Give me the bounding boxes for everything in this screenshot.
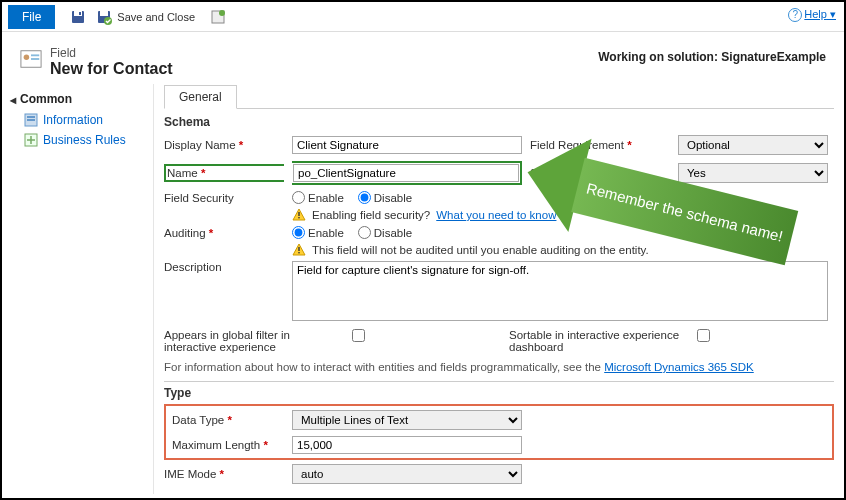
auditing-disable-radio[interactable]: Disable: [358, 226, 412, 239]
save-close-label[interactable]: Save and Close: [117, 11, 195, 23]
save-icon[interactable]: [69, 8, 87, 26]
warning-icon: [292, 208, 306, 222]
svg-point-9: [24, 54, 30, 60]
sidebar-item-information[interactable]: Information: [10, 110, 145, 130]
field-security-warning: Enabling field security? What you need t…: [292, 208, 834, 222]
svg-rect-13: [27, 116, 35, 118]
field-security-info-link[interactable]: What you need to know: [436, 209, 556, 221]
sdk-link[interactable]: Microsoft Dynamics 365 SDK: [604, 361, 754, 373]
refresh-icon[interactable]: [209, 8, 227, 26]
sidebar-item-label: Information: [43, 113, 103, 127]
svg-rect-4: [100, 11, 108, 16]
display-name-label: Display Name: [164, 139, 284, 151]
field-security-disable-radio[interactable]: Disable: [358, 191, 412, 204]
svg-rect-11: [31, 58, 39, 60]
help-link[interactable]: ?Help ▾: [788, 8, 836, 22]
tab-general[interactable]: General: [164, 85, 237, 109]
info-icon: [24, 113, 38, 127]
name-label: Name: [164, 164, 284, 182]
svg-rect-16: [298, 212, 299, 216]
field-security-label: Field Security: [164, 192, 284, 204]
searchable-label: Searchable: [530, 167, 670, 179]
searchable-select[interactable]: Yes: [678, 163, 828, 183]
max-length-input[interactable]: [292, 436, 522, 454]
global-filter-label: Appears in global filter in interactive …: [164, 329, 344, 353]
type-section-title: Type: [164, 381, 834, 400]
auditing-label: Auditing: [164, 227, 284, 239]
global-filter-checkbox[interactable]: [352, 329, 365, 342]
field-requirement-label: Field Requirement: [530, 139, 670, 151]
auditing-enable-radio[interactable]: Enable: [292, 226, 344, 239]
max-length-label: Maximum Length: [172, 439, 284, 451]
svg-rect-2: [79, 12, 81, 15]
name-input[interactable]: [293, 164, 519, 182]
toolbar: File Save and Close ?Help ▾: [2, 2, 844, 32]
page-header: Field New for Contact Working on solutio…: [2, 32, 844, 84]
sidebar: Common Information Business Rules: [2, 84, 154, 494]
svg-rect-14: [27, 119, 35, 121]
field-entity-icon: [20, 48, 42, 70]
entity-type-label: Field: [50, 46, 173, 60]
file-button[interactable]: File: [8, 5, 55, 29]
svg-rect-18: [298, 247, 299, 251]
field-requirement-select[interactable]: Optional: [678, 135, 828, 155]
svg-rect-10: [31, 54, 39, 56]
svg-rect-19: [298, 252, 299, 253]
sidebar-group-common[interactable]: Common: [10, 92, 145, 106]
tab-bar: General: [164, 84, 834, 109]
ime-mode-label: IME Mode: [164, 468, 284, 480]
warning-icon: [292, 243, 306, 257]
rules-icon: [24, 133, 38, 147]
description-textarea[interactable]: Field for capture client's signature for…: [292, 261, 828, 321]
svg-point-5: [104, 17, 112, 25]
svg-rect-17: [298, 217, 299, 218]
save-close-icon[interactable]: [95, 8, 113, 26]
schema-section-title: Schema: [164, 115, 834, 129]
auditing-warning: This field will not be audited until you…: [292, 243, 834, 257]
sortable-dashboard-label: Sortable in interactive experience dashb…: [509, 329, 689, 353]
solution-indicator: Working on solution: SignatureExample: [598, 50, 826, 64]
display-name-input[interactable]: [292, 136, 522, 154]
sdk-info-text: For information about how to interact wi…: [164, 361, 834, 373]
field-security-enable-radio[interactable]: Enable: [292, 191, 344, 204]
ime-mode-select[interactable]: auto: [292, 464, 522, 484]
sidebar-item-business-rules[interactable]: Business Rules: [10, 130, 145, 150]
page-title: New for Contact: [50, 60, 173, 78]
help-icon: ?: [788, 8, 802, 22]
main-panel: General Schema Display Name Field Requir…: [154, 84, 844, 494]
data-type-select[interactable]: Multiple Lines of Text: [292, 410, 522, 430]
type-highlight-box: Data Type Multiple Lines of Text Maximum…: [164, 404, 834, 460]
svg-point-7: [219, 10, 225, 16]
data-type-label: Data Type: [172, 414, 284, 426]
description-label: Description: [164, 261, 284, 273]
sidebar-item-label: Business Rules: [43, 133, 126, 147]
sortable-dashboard-checkbox[interactable]: [697, 329, 710, 342]
